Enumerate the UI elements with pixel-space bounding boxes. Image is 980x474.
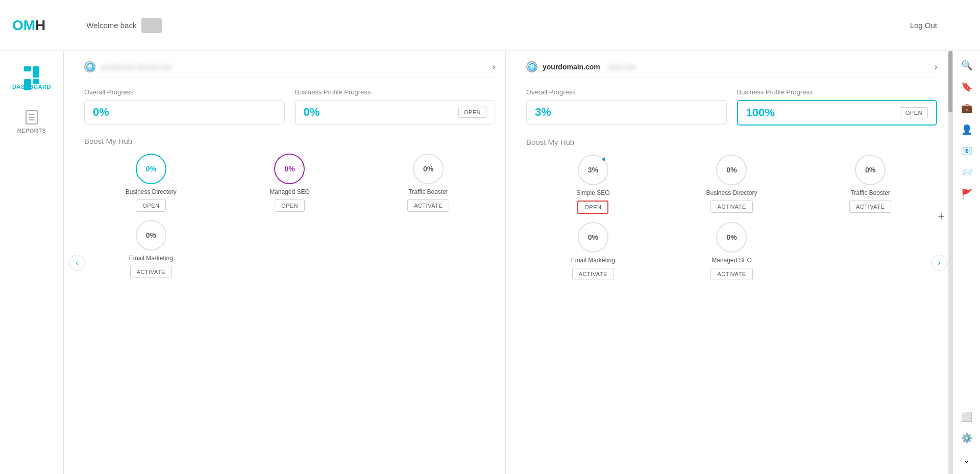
business-profile-progress-right: Business Profile Progress 100% OPEN: [737, 88, 938, 126]
domain-arrow-right[interactable]: ›: [935, 62, 937, 71]
globe-icon-left: 🌐: [84, 61, 95, 72]
panel-left-nav[interactable]: ‹: [69, 255, 85, 271]
boost-name-tb-left: Traffic Booster: [408, 188, 448, 195]
progress-section-right: Overall Progress 3% Business Profile Pro…: [526, 88, 937, 126]
boost-circle-ms-right: 0%: [716, 222, 747, 253]
boost-item-business-directory-left: 0% Business Directory OPEN: [84, 154, 218, 212]
header: OMH Welcome back Log Out: [0, 0, 980, 51]
avatar: [141, 18, 162, 33]
domain-extra-right: extra.info: [608, 63, 635, 71]
boost-name-tb-right: Traffic Booster: [850, 189, 890, 196]
business-profile-progress-left: Business Profile Progress 0% OPEN: [295, 88, 496, 124]
boost-activate-ms-right[interactable]: ACTIVATE: [710, 268, 752, 280]
dash-sq-1: [24, 66, 31, 71]
boost-name-bd-left: Business Directory: [126, 188, 177, 195]
right-sidebar-bottom: ⬜ ⚙️ ⌄: [957, 408, 977, 469]
boost-name-em-left: Email Marketing: [129, 255, 173, 262]
boost-grid-right: 3% Simple SEO OPEN 0% Business Directory…: [526, 155, 937, 280]
bpp-open-btn-left[interactable]: OPEN: [458, 107, 486, 118]
mail-icon[interactable]: 📧: [957, 142, 977, 160]
scrollbar-track: [948, 51, 952, 474]
boost-circle-tb-right: 0%: [855, 155, 886, 185]
bpp-value-left: 0%: [304, 106, 320, 119]
boost-circle-em-left: 0%: [136, 220, 166, 251]
logo: OMH: [12, 17, 45, 34]
sidebar-item-reports[interactable]: REPORTS: [12, 105, 52, 139]
logo-om: OM: [12, 17, 35, 33]
boost-name-ms-right: Managed SEO: [712, 257, 752, 264]
boost-name-bd-right: Business Directory: [706, 189, 757, 196]
outlook-icon[interactable]: 📨: [957, 163, 977, 182]
boost-name-ms-left: Managed SEO: [270, 188, 310, 195]
boost-circle-ss-right: 3%: [578, 155, 608, 185]
logo-h: H: [35, 17, 45, 33]
domain-arrow-left[interactable]: ›: [493, 62, 495, 71]
boost-activate-bd-right[interactable]: ACTIVATE: [710, 201, 752, 213]
boost-item-email-marketing-left: 0% Email Marketing ACTIVATE: [84, 220, 218, 278]
right-arrow-icon: ›: [938, 258, 940, 267]
boost-activate-em-left[interactable]: ACTIVATE: [130, 266, 172, 278]
globe-icon-right: 🌐: [526, 61, 537, 72]
boost-item-simple-seo-right: 3% Simple SEO OPEN: [526, 155, 660, 214]
overall-progress-value-right: 3%: [535, 106, 551, 119]
dash-sq-2: [33, 66, 40, 78]
panel-left: 🌐 yourdomain-blurred.com › Overall Progr…: [64, 51, 506, 474]
dashboard-icon: [24, 66, 39, 81]
panels-wrapper: ‹ 🌐 yourdomain-blurred.com › Overall Pro…: [64, 51, 952, 474]
bpp-label-left: Business Profile Progress: [295, 88, 496, 96]
boost-circle-em-right: 0%: [578, 222, 608, 253]
sidebar: DASHBOARD REPORTS: [0, 51, 64, 474]
boost-item-business-directory-right: 0% Business Directory ACTIVATE: [665, 155, 799, 214]
boost-open-ss-right[interactable]: OPEN: [577, 201, 608, 214]
boost-item-traffic-booster-right: 0% Traffic Booster ACTIVATE: [803, 155, 937, 214]
overall-progress-right: Overall Progress 3%: [526, 88, 727, 126]
briefcase-icon[interactable]: 💼: [957, 99, 977, 117]
bpp-label-right: Business Profile Progress: [737, 88, 938, 96]
domain-header-right: 🌐 yourdomain.com extra.info ›: [526, 61, 937, 78]
domain-text-left: yourdomain-blurred.com: [101, 63, 173, 71]
welcome-message: Welcome back: [86, 18, 162, 33]
overall-progress-label-left: Overall Progress: [84, 88, 285, 96]
flag-icon[interactable]: 🚩: [957, 185, 977, 203]
boost-open-bd-left[interactable]: OPEN: [136, 199, 166, 212]
sidebar-reports-label: REPORTS: [17, 128, 46, 134]
boost-grid-left: 0% Business Directory OPEN 0% Managed SE…: [84, 154, 495, 278]
bookmark-icon[interactable]: 🔖: [957, 78, 977, 96]
sidebar-dashboard-label: DASHBOARD: [12, 84, 51, 90]
boost-activate-tb-left[interactable]: ACTIVATE: [407, 199, 449, 212]
sidebar-item-dashboard[interactable]: DASHBOARD: [7, 61, 56, 95]
boost-circle-tb-left: 0%: [413, 154, 444, 184]
add-button[interactable]: +: [934, 209, 948, 223]
reports-icon: [26, 110, 38, 124]
bpp-open-btn-right[interactable]: OPEN: [900, 107, 928, 118]
boost-name-em-right: Email Marketing: [571, 257, 615, 264]
person-icon[interactable]: 👤: [957, 120, 977, 139]
bpp-box-left: 0% OPEN: [295, 100, 496, 124]
boost-activate-tb-right[interactable]: ACTIVATE: [849, 201, 891, 213]
boost-item-managed-seo-left: 0% Managed SEO OPEN: [223, 154, 357, 212]
boost-circle-bd-left: 0%: [136, 154, 166, 184]
main-layout: DASHBOARD REPORTS ‹ 🌐 yourdomain-blur: [0, 51, 980, 474]
boost-open-ms-left[interactable]: OPEN: [275, 199, 305, 212]
chevron-down-icon[interactable]: ⌄: [957, 451, 977, 469]
overall-progress-label-right: Overall Progress: [526, 88, 727, 96]
boost-item-email-marketing-right: 0% Email Marketing ACTIVATE: [526, 222, 660, 280]
logout-button[interactable]: Log Out: [910, 21, 937, 30]
boost-circle-ms-left: 0%: [274, 154, 305, 184]
search-icon[interactable]: 🔍: [957, 56, 977, 74]
left-arrow-icon: ‹: [76, 258, 78, 267]
panel-right-nav[interactable]: ›: [931, 255, 947, 271]
boost-name-ss-right: Simple SEO: [576, 189, 609, 196]
settings-icon[interactable]: ⚙️: [957, 429, 977, 447]
boost-item-traffic-booster-left: 0% Traffic Booster ACTIVATE: [361, 154, 495, 212]
boost-label-right: Boost My Hub: [526, 138, 937, 146]
panel-right: 🌐 yourdomain.com extra.info › Overall Pr…: [506, 51, 952, 474]
window-icon[interactable]: ⬜: [957, 408, 977, 426]
welcome-text: Welcome back: [86, 21, 136, 30]
report-line-3: [29, 119, 35, 120]
boost-activate-em-right[interactable]: ACTIVATE: [572, 268, 614, 280]
boost-label-left: Boost My Hub: [84, 137, 495, 145]
domain-header-left: 🌐 yourdomain-blurred.com ›: [84, 61, 495, 78]
domain-name-right: yourdomain.com: [543, 63, 600, 71]
scrollbar-thumb[interactable]: [948, 51, 952, 112]
